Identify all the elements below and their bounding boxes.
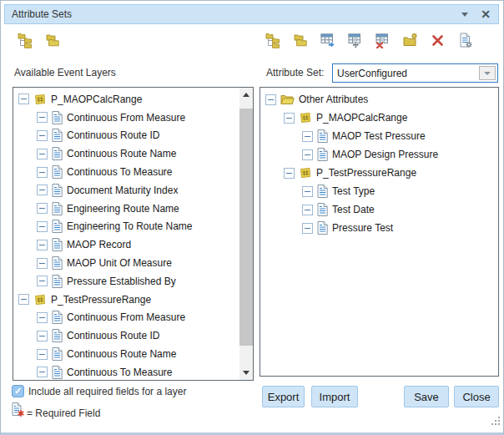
document-icon bbox=[52, 165, 63, 179]
attribute-set-dropdown[interactable]: UserConfigured bbox=[332, 63, 498, 83]
document-icon bbox=[317, 148, 328, 161]
collapse-toggle[interactable] bbox=[302, 186, 313, 197]
tree-item-label[interactable]: Continuous Route ID bbox=[67, 330, 159, 341]
tree-item-label[interactable]: Pressure Established By bbox=[67, 276, 176, 287]
attribute-set-label: Attribute Set: bbox=[266, 67, 324, 78]
collapse-toggle[interactable] bbox=[37, 349, 48, 360]
available-layers-tree: P_MAOPCalcRange Continuous From Measure … bbox=[13, 88, 239, 380]
tree-item-label[interactable]: MAOP Test Pressure bbox=[332, 130, 426, 142]
collapse-toggle[interactable] bbox=[265, 94, 276, 105]
collapse-toggle[interactable] bbox=[18, 94, 29, 104]
tree-item-label[interactable]: Document Maturity Index bbox=[67, 185, 178, 196]
delete-icon[interactable] bbox=[431, 33, 446, 48]
event-layer-icon bbox=[33, 293, 47, 306]
tree-item-label[interactable]: Continuous Route Name bbox=[67, 348, 176, 360]
layer-tree-icon[interactable] bbox=[18, 33, 33, 48]
tree-item-label[interactable]: MAOP Unit Of Measure bbox=[67, 257, 172, 269]
tree-item-label[interactable]: P_TestPressureRange bbox=[316, 167, 416, 179]
tree-row: P_TestPressureRange bbox=[13, 291, 239, 309]
tree-item-label[interactable]: Continuous Route Name bbox=[67, 148, 176, 159]
collapse-toggle[interactable] bbox=[284, 113, 295, 124]
collapse-toggle[interactable] bbox=[37, 149, 48, 159]
attribute-set-tree: Other Attributes P_MAOPCalcRange MAOP Te… bbox=[260, 88, 498, 376]
tree-item-label[interactable]: Continuous From Measure bbox=[67, 311, 185, 323]
collapse-toggle[interactable] bbox=[302, 149, 313, 160]
collapse-toggle[interactable] bbox=[37, 312, 48, 323]
document-icon bbox=[52, 329, 63, 342]
title-bar: Attribute Sets ✕ bbox=[4, 4, 499, 24]
scroll-down-button[interactable] bbox=[239, 366, 253, 380]
include-required-label[interactable]: Include all required fields for a layer bbox=[28, 386, 186, 397]
table-delete-icon[interactable] bbox=[375, 33, 391, 48]
folder-new-icon[interactable] bbox=[403, 33, 418, 48]
resize-grip[interactable] bbox=[491, 414, 501, 429]
close-button[interactable]: Close bbox=[454, 386, 499, 407]
tree-item-label[interactable]: Continuous To Measure bbox=[67, 367, 173, 378]
collapse-toggle[interactable] bbox=[37, 203, 48, 214]
tree-item-label[interactable]: P_TestPressureRange bbox=[51, 294, 151, 306]
collapse-toggle[interactable] bbox=[37, 367, 48, 377]
tree-item-label[interactable]: P_MAOPCalcRange bbox=[51, 94, 142, 105]
folders-icon[interactable] bbox=[293, 33, 308, 48]
collapse-dialog-icon[interactable] bbox=[461, 13, 468, 17]
collapse-toggle[interactable] bbox=[37, 130, 48, 141]
collapse-toggle[interactable] bbox=[302, 131, 313, 142]
collapse-toggle[interactable] bbox=[37, 240, 48, 250]
tree-row: MAOP Design Pressure bbox=[260, 145, 498, 164]
tree-row: P_MAOPCalcRange bbox=[260, 109, 498, 127]
tree-row: Engineering Route Name bbox=[13, 200, 239, 218]
collapse-toggle[interactable] bbox=[37, 276, 48, 286]
tree-item-label[interactable]: Continuous To Measure bbox=[67, 166, 173, 178]
scroll-up-button[interactable] bbox=[239, 88, 253, 102]
collapse-toggle[interactable] bbox=[37, 112, 48, 123]
collapse-toggle[interactable] bbox=[37, 221, 48, 232]
document-icon bbox=[52, 111, 63, 124]
tree-row: Continuous Route ID bbox=[13, 127, 239, 145]
required-field-legend: = Required Field bbox=[27, 407, 100, 419]
dropdown-button[interactable] bbox=[479, 66, 496, 80]
collapse-toggle[interactable] bbox=[37, 185, 48, 195]
document-icon bbox=[52, 129, 63, 142]
document-icon bbox=[52, 275, 63, 288]
tree-item-label[interactable]: MAOP Record bbox=[67, 239, 131, 250]
open-folder-icon bbox=[280, 94, 295, 105]
tree-item-label[interactable]: Engineering Route Name bbox=[67, 203, 179, 215]
collapse-toggle[interactable] bbox=[302, 223, 313, 234]
tree-item-label[interactable]: Pressure Test bbox=[332, 222, 393, 234]
tree-row: MAOP Record bbox=[13, 235, 239, 254]
tree-row: Engineering To Route Name bbox=[13, 218, 239, 236]
collapse-toggle[interactable] bbox=[284, 168, 295, 179]
tree-item-label[interactable]: Other Attributes bbox=[299, 94, 368, 105]
table-open-icon[interactable] bbox=[320, 33, 335, 48]
tree-item-label[interactable]: Test Type bbox=[332, 185, 375, 197]
collapse-toggle[interactable] bbox=[37, 331, 48, 341]
layer-tree-icon[interactable] bbox=[265, 33, 280, 48]
scroll-down-icon bbox=[243, 371, 249, 375]
collapse-toggle[interactable] bbox=[37, 167, 48, 178]
table-add-icon[interactable] bbox=[348, 33, 363, 48]
folders-icon[interactable] bbox=[45, 33, 60, 48]
include-required-checkbox[interactable]: ✓ bbox=[12, 385, 24, 397]
tree-item-label[interactable]: Engineering To Route Name bbox=[67, 220, 193, 232]
page-settings-icon[interactable] bbox=[458, 33, 473, 48]
left-panel-scrollbar[interactable] bbox=[239, 88, 253, 380]
document-icon bbox=[317, 129, 328, 143]
tree-row: Continuous Route ID bbox=[13, 326, 239, 345]
collapse-toggle[interactable] bbox=[18, 294, 29, 305]
scrollbar-thumb[interactable] bbox=[239, 109, 253, 346]
save-button[interactable]: Save bbox=[404, 386, 449, 407]
tree-item-label[interactable]: Test Date bbox=[332, 204, 375, 215]
collapse-toggle[interactable] bbox=[302, 205, 313, 215]
scroll-up-icon bbox=[243, 93, 249, 97]
tree-row: Continuous From Measure bbox=[13, 309, 239, 327]
tree-item-label[interactable]: MAOP Design Pressure bbox=[332, 149, 438, 160]
tree-row: Document Maturity Index bbox=[13, 181, 239, 200]
tree-item-label[interactable]: P_MAOPCalcRange bbox=[316, 112, 407, 124]
import-button[interactable]: Import bbox=[311, 386, 358, 407]
tree-item-label[interactable]: Continuous From Measure bbox=[67, 112, 185, 124]
close-icon[interactable]: ✕ bbox=[481, 8, 491, 20]
collapse-toggle[interactable] bbox=[37, 258, 48, 269]
tree-item-label[interactable]: Continuous Route ID bbox=[67, 129, 159, 141]
export-button[interactable]: Export bbox=[262, 386, 305, 407]
attribute-sets-dialog: Attribute Sets ✕ Available Event Layers bbox=[0, 0, 504, 435]
